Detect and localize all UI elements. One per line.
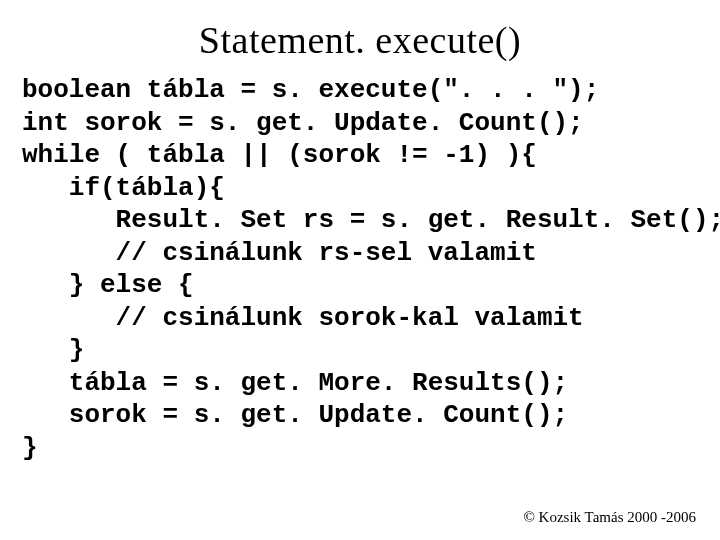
footer-copyright: © Kozsik Tamás 2000 -2006 [523,509,696,526]
code-block: boolean tábla = s. execute(". . . "); in… [0,74,720,464]
page-title: Statement. execute() [0,0,720,74]
